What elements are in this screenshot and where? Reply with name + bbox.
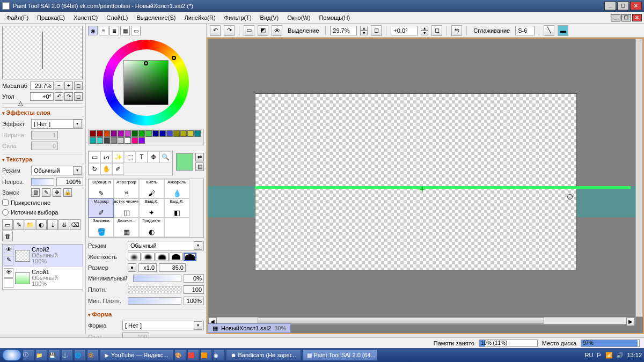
picker-tool[interactable]: ✐ <box>112 163 124 175</box>
pinned-icon[interactable]: ⓘ <box>23 349 34 361</box>
menu-view[interactable]: Вид(V) <box>256 13 283 22</box>
shape-title[interactable]: Форма <box>88 309 204 319</box>
color-swatch[interactable] <box>166 130 173 137</box>
brush-cell[interactable]: Выд.Л.◧ <box>164 198 189 218</box>
deselect-button[interactable]: ▭ <box>244 25 254 36</box>
current-color-swatch[interactable] <box>176 153 193 171</box>
scratch-mode-icon[interactable]: ▭ <box>131 26 141 35</box>
document-tab[interactable]: ▦ НовыйХолст1.sai2 30% <box>208 323 291 333</box>
menu-layer[interactable]: Слой(L) <box>102 13 132 22</box>
visibility-icon[interactable]: 👁 <box>4 268 13 278</box>
rotate-cw-button[interactable]: ↷ <box>64 92 73 101</box>
color-swatch[interactable] <box>111 137 117 144</box>
new-layer-button[interactable]: ▭ <box>2 219 13 230</box>
move-tool[interactable]: ✥ <box>148 151 159 163</box>
minsize-value[interactable]: 0% <box>184 274 204 283</box>
new-linework-button[interactable]: ✎ <box>13 219 24 230</box>
new-folder-button[interactable]: 📁 <box>25 219 35 230</box>
brush-cell[interactable]: Градиент◐ <box>139 218 164 237</box>
doc-minimize-button[interactable]: _ <box>611 14 620 21</box>
angle-up-button[interactable]: ▲ <box>421 26 428 31</box>
vertical-scrollbar[interactable] <box>635 39 643 317</box>
edit-icon[interactable]: ✎ <box>4 256 13 265</box>
pinned-icon[interactable]: 🌐 <box>74 349 86 361</box>
lock-move-icon[interactable]: ✥ <box>53 188 61 197</box>
delete-layer-button[interactable]: 🗑 <box>2 231 13 241</box>
color-swatch[interactable] <box>180 130 187 137</box>
brush-cell[interactable]: Двоичн...▦ <box>114 218 139 237</box>
hardness-option[interactable] <box>170 253 182 261</box>
pinned-icon[interactable]: 💾 <box>48 349 60 361</box>
color-swatch[interactable] <box>125 137 131 144</box>
rotate-tool[interactable]: ↻ <box>89 163 100 175</box>
menu-canvas[interactable]: Холст(C) <box>69 13 102 22</box>
color-swatch[interactable] <box>104 137 110 144</box>
lock-all-icon[interactable]: 🔒 <box>63 188 72 197</box>
edit-icon[interactable] <box>4 278 13 288</box>
clear-layer-button[interactable]: ⌫ <box>70 219 80 230</box>
minimize-button[interactable]: _ <box>604 2 616 10</box>
taskbar-item[interactable]: ▶ YouTube — Яндекс... <box>100 349 173 361</box>
menu-selection[interactable]: Выделение(S) <box>132 13 180 22</box>
doc-restore-button[interactable]: ❐ <box>621 14 631 21</box>
opacity-value[interactable]: 100% <box>56 178 83 186</box>
zoom-field[interactable]: 29.7% <box>330 26 357 35</box>
line-tool-button[interactable]: ╲ <box>544 25 554 36</box>
menu-file[interactable]: Файл(F) <box>2 13 33 22</box>
hand-tool[interactable]: ✋ <box>100 163 112 175</box>
color-swatch[interactable] <box>138 130 145 137</box>
clock[interactable]: 13:12 <box>627 352 642 358</box>
attach-checkbox[interactable]: Прикрепление <box>2 200 83 206</box>
rotate-reset-button[interactable]: ◻ <box>74 92 83 101</box>
close-button[interactable]: ✕ <box>630 2 642 10</box>
colorwheel-mode-icon[interactable]: ◉ <box>88 26 98 35</box>
hardness-option[interactable] <box>128 253 141 261</box>
show-sel-button[interactable]: 👁 <box>272 25 282 36</box>
color-swatch[interactable] <box>159 130 166 137</box>
mindensity-value[interactable]: 100% <box>184 297 204 305</box>
rgb-mode-icon[interactable]: ≡ <box>99 26 108 35</box>
zoom-fit-button[interactable]: ◻ <box>371 25 382 36</box>
shape-tool-button[interactable]: ▬ <box>558 25 568 36</box>
new-mask-button[interactable]: ◐ <box>36 219 47 230</box>
scroll-right-button[interactable]: ▶ <box>626 317 635 326</box>
color-swatch[interactable] <box>131 137 138 144</box>
pinned-icon[interactable]: ◉ <box>213 349 225 361</box>
scale-value[interactable]: 29.7% <box>30 82 54 90</box>
color-swatch[interactable] <box>97 137 103 144</box>
angle-value[interactable]: +0° <box>30 92 54 101</box>
brushmode-combo[interactable]: Обычный <box>128 241 204 250</box>
zoom-down-button[interactable]: ▼ <box>360 31 368 35</box>
selection-handle[interactable] <box>567 194 573 200</box>
layer-item[interactable]: 👁 ✎ Слой2 Обычный 100% <box>3 245 83 267</box>
hardness-option[interactable] <box>142 253 155 261</box>
smoothing-field[interactable]: S-6 <box>515 26 535 35</box>
zoom-tool[interactable]: 🔍 <box>159 151 171 163</box>
brush-cell[interactable]: Выд.К.✦ <box>139 198 164 218</box>
rect-select-tool[interactable]: ▭ <box>89 151 100 163</box>
swap-color-icon[interactable]: ⇄ <box>195 153 204 161</box>
zoom-up-button[interactable]: ▲ <box>360 26 368 31</box>
hardness-option[interactable] <box>156 253 169 261</box>
rotate-ccw-button[interactable]: ↶ <box>55 92 63 101</box>
brush-cell[interactable]: Акварель💧 <box>164 179 189 198</box>
lang-indicator[interactable]: RU <box>585 352 594 358</box>
pinned-icon[interactable]: 🟧 <box>200 349 212 361</box>
pinned-icon[interactable]: 🎨 <box>174 349 186 361</box>
color-swatch[interactable] <box>90 130 96 137</box>
angle-reset-button[interactable]: ◻ <box>431 25 442 36</box>
wand-tool[interactable]: ✨ <box>112 151 124 163</box>
taskbar-item[interactable]: ▦ Paint Tool SAI 2.0 (64... <box>302 349 377 361</box>
color-swatch[interactable] <box>118 137 124 144</box>
pinned-icon[interactable]: 🔆 <box>87 349 99 361</box>
transparent-icon[interactable]: ▨ <box>195 162 204 171</box>
tray-flag-icon[interactable]: 🏳 <box>596 352 602 358</box>
brush-cell-empty[interactable] <box>164 218 189 237</box>
size-mult[interactable]: x1.0 <box>138 263 157 272</box>
menu-ruler[interactable]: Линейка(R) <box>180 13 219 22</box>
menu-filter[interactable]: Фильтр(T) <box>220 13 256 22</box>
brush-cell[interactable]: Маркер✐ <box>89 198 114 218</box>
transfer-down-button[interactable]: ⤓ <box>47 219 58 230</box>
merge-down-button[interactable]: ⇊ <box>58 219 69 230</box>
lasso-tool[interactable]: ᔕ <box>100 151 112 163</box>
